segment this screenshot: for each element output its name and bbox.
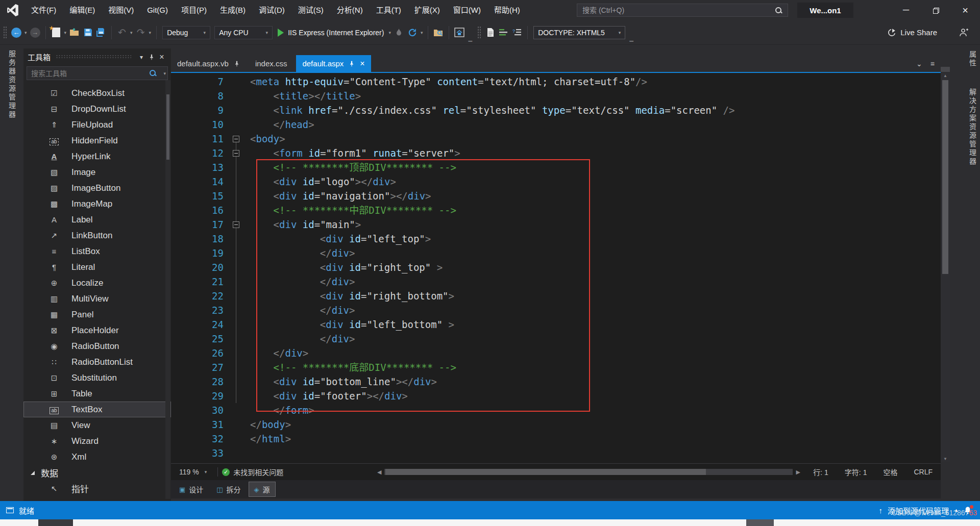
code-line-33[interactable]: 33 [171,446,941,460]
toolbox-item-multiview[interactable]: ▥MultiView [23,291,171,307]
refresh-dropdown-icon[interactable]: ▾ [421,30,423,35]
document-well-options-icon[interactable]: ≡ [930,60,935,68]
vertical-scroll-thumb[interactable] [942,80,948,274]
toolbox-item-linkbutton[interactable]: ↗LinkButton [23,228,171,243]
column-indicator[interactable]: 字符: 1 [845,467,867,477]
decrease-indent-button[interactable] [497,25,510,40]
toolbox-group-data[interactable]: 数据 [23,465,171,481]
pin-icon[interactable] [146,54,157,60]
toolbox-search[interactable]: ▾ [27,66,168,80]
code-line-8[interactable]: 8<title></title> [171,89,941,103]
back-dropdown-icon[interactable]: ▾ [24,30,27,35]
toolbox-item-panel[interactable]: ▦Panel [23,307,171,322]
toolbox-search-input[interactable] [27,69,149,78]
toolbox-drag-grip[interactable] [56,55,131,59]
menu-H[interactable]: 帮助(H) [487,0,527,20]
right-tab-properties[interactable]: 属性 [967,51,977,68]
horizontal-scroll-track[interactable] [384,469,793,475]
share-participants-button[interactable] [958,25,971,40]
search-options-dropdown-icon[interactable]: ▾ [163,71,166,76]
save-button[interactable] [81,25,94,40]
toolbox-item-image[interactable]: ▧Image [23,164,171,180]
restore-button[interactable] [921,0,950,20]
toolbox-scrollbar[interactable] [165,80,170,499]
minimize-button[interactable]: ─ [891,0,921,20]
tab-default-aspx-vb[interactable]: default.aspx.vb [171,55,246,72]
close-icon[interactable]: × [360,59,364,68]
toolbox-item-literal[interactable]: ¶Literal [23,259,171,275]
fold-collapse-box[interactable] [233,221,239,228]
save-all-button[interactable] [94,25,108,40]
menu-V[interactable]: 视图(V) [102,0,140,20]
format-attributes-button[interactable]: ? [510,25,524,40]
horizontal-scroll-thumb[interactable] [385,469,706,475]
line-ending-indicator[interactable]: CRLF [914,468,933,476]
new-file-dropdown-icon[interactable]: ▾ [64,30,67,35]
menu-D[interactable]: 调试(D) [252,0,291,20]
line-indicator[interactable]: 行: 1 [813,467,828,477]
toolbar-overflow-icon[interactable]: ▁ [629,36,633,41]
toolbox-item-hiddenfield[interactable]: abHiddenField [23,133,171,148]
scroll-left-icon[interactable]: ◀ [377,469,381,475]
menu-F[interactable]: 文件(F) [24,0,63,20]
toolbox-item-radiobuttonlist[interactable]: ∷RadioButtonList [23,354,171,370]
code-line-32[interactable]: 32</html> [171,432,941,446]
new-file-button[interactable]: ★ [50,25,63,40]
toolbox-item-dropdownlist[interactable]: ⊟DropDownList [23,101,171,117]
toolbox-item-fileupload[interactable]: ⇑FileUpload [23,117,171,133]
pin-icon[interactable] [234,61,240,67]
find-in-files-button[interactable] [432,25,445,40]
hot-reload-button[interactable] [393,25,406,40]
browse-with-button[interactable] [453,25,466,40]
navigate-back-button[interactable]: ← [10,25,23,40]
toolbar-overflow-icon[interactable]: ▁ [468,36,472,41]
menu-GitG[interactable]: Git(G) [140,0,175,20]
document-outline-button[interactable] [484,25,497,40]
active-files-dropdown-icon[interactable]: ⌄ [916,60,922,68]
quick-launch-search[interactable] [577,4,788,17]
view-tab-源[interactable]: ◈源 [249,482,275,496]
view-tab-拆分[interactable]: ◫拆分 [211,482,246,496]
code-line-7[interactable]: 7<meta http-equiv="Content-Type" content… [171,74,941,89]
toolbox-item-label[interactable]: ALabel [23,212,171,228]
menu-E[interactable]: 编辑(E) [63,0,102,20]
toolbox-item-radiobutton[interactable]: ◉RadioButton [23,338,171,354]
spaces-indicator[interactable]: 空格 [883,467,897,477]
toolbox-header[interactable]: 工具箱 ▾ × [23,48,171,65]
scroll-up-icon[interactable]: ▲ [941,73,950,78]
toolbox-item-checkboxlist[interactable]: ☑CheckBoxList [23,85,171,101]
toolbox-item-substitution[interactable]: ⊡Substitution [23,370,171,386]
menu-W[interactable]: 窗口(W) [447,0,487,20]
toolbox-item-imagebutton[interactable]: ▨ImageButton [23,180,171,196]
editor-split-handle[interactable] [941,67,950,72]
vertical-scrollbar[interactable]: ▲ ▼ [941,73,950,462]
toolbox-item-hyperlink[interactable]: AHyperLink [23,148,171,164]
fold-collapse-box[interactable] [233,150,239,157]
toolbox-item-xml[interactable]: ⊛Xml [23,449,171,465]
toolbox-item-textbox[interactable]: abTextBox [23,402,171,417]
code-line-9[interactable]: 9<link href="./css/index.css" rel="style… [171,103,941,117]
doctype-dropdown[interactable]: DOCTYPE: XHTML5▾ [533,26,625,39]
live-share-button[interactable]: Live Share [887,28,937,37]
scroll-down-icon[interactable]: ▼ [941,457,950,461]
toolbox-item-listbox[interactable]: ≡ListBox [23,243,171,259]
tab-default-aspx[interactable]: default.aspx× [296,55,371,72]
toolbox-item-placeholder[interactable]: ⊠PlaceHolder [23,322,171,338]
quick-launch-input[interactable] [577,6,775,14]
tab-index-css[interactable]: index.css [249,55,293,72]
refresh-button[interactable] [406,25,419,40]
toolbox-item-imagemap[interactable]: ▩ImageMap [23,196,171,212]
right-tab-solution-explorer[interactable]: 解决方案资源管理器 [967,88,977,166]
toolbox-item-table[interactable]: ⊞Table [23,386,171,402]
toolbox-item-pointer[interactable]: ↖指针 [23,481,171,496]
menu-P[interactable]: 项目(P) [175,0,213,20]
close-window-button[interactable]: × [950,0,980,20]
code-line-12[interactable]: 12<form id="form1" runat="server"> [171,146,941,160]
close-icon[interactable]: × [157,53,167,62]
code-line-10[interactable]: 10</head> [171,117,941,132]
pin-icon[interactable] [349,61,355,67]
start-debugging-button[interactable]: IIS Express (Internet Explorer) [278,29,384,37]
scroll-right-icon[interactable]: ▶ [796,469,800,475]
navigate-forward-button[interactable]: → [29,25,42,40]
undo-button[interactable]: ↶ [115,25,129,40]
